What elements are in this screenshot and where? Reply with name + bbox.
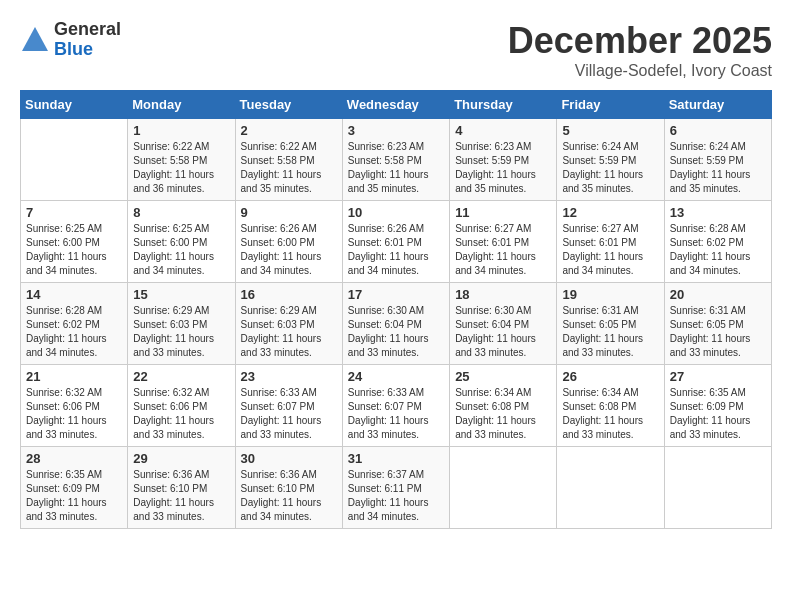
calendar-cell: 18Sunrise: 6:30 AMSunset: 6:04 PMDayligh…: [450, 283, 557, 365]
calendar-cell: 3Sunrise: 6:23 AMSunset: 5:58 PMDaylight…: [342, 119, 449, 201]
header: General Blue December 2025 Village-Sodef…: [20, 20, 772, 80]
cell-info: Sunrise: 6:24 AMSunset: 5:59 PMDaylight:…: [562, 140, 658, 196]
calendar-cell: 30Sunrise: 6:36 AMSunset: 6:10 PMDayligh…: [235, 447, 342, 529]
calendar-cell: 13Sunrise: 6:28 AMSunset: 6:02 PMDayligh…: [664, 201, 771, 283]
weekday-header-row: SundayMondayTuesdayWednesdayThursdayFrid…: [21, 91, 772, 119]
day-number: 7: [26, 205, 122, 220]
cell-info: Sunrise: 6:29 AMSunset: 6:03 PMDaylight:…: [133, 304, 229, 360]
day-number: 22: [133, 369, 229, 384]
calendar-week-1: 1Sunrise: 6:22 AMSunset: 5:58 PMDaylight…: [21, 119, 772, 201]
calendar-cell: 2Sunrise: 6:22 AMSunset: 5:58 PMDaylight…: [235, 119, 342, 201]
cell-info: Sunrise: 6:27 AMSunset: 6:01 PMDaylight:…: [455, 222, 551, 278]
cell-info: Sunrise: 6:28 AMSunset: 6:02 PMDaylight:…: [670, 222, 766, 278]
cell-info: Sunrise: 6:29 AMSunset: 6:03 PMDaylight:…: [241, 304, 337, 360]
logo-general: General: [54, 20, 121, 40]
calendar-cell: 9Sunrise: 6:26 AMSunset: 6:00 PMDaylight…: [235, 201, 342, 283]
calendar-cell: 22Sunrise: 6:32 AMSunset: 6:06 PMDayligh…: [128, 365, 235, 447]
day-number: 2: [241, 123, 337, 138]
day-number: 15: [133, 287, 229, 302]
cell-info: Sunrise: 6:23 AMSunset: 5:58 PMDaylight:…: [348, 140, 444, 196]
day-number: 17: [348, 287, 444, 302]
calendar-cell: 21Sunrise: 6:32 AMSunset: 6:06 PMDayligh…: [21, 365, 128, 447]
calendar-week-3: 14Sunrise: 6:28 AMSunset: 6:02 PMDayligh…: [21, 283, 772, 365]
day-number: 5: [562, 123, 658, 138]
calendar-cell: 15Sunrise: 6:29 AMSunset: 6:03 PMDayligh…: [128, 283, 235, 365]
day-number: 3: [348, 123, 444, 138]
logo-text: General Blue: [54, 20, 121, 60]
location-subtitle: Village-Sodefel, Ivory Coast: [508, 62, 772, 80]
cell-info: Sunrise: 6:36 AMSunset: 6:10 PMDaylight:…: [241, 468, 337, 524]
calendar-cell: [664, 447, 771, 529]
day-number: 14: [26, 287, 122, 302]
calendar-cell: [450, 447, 557, 529]
calendar-cell: 10Sunrise: 6:26 AMSunset: 6:01 PMDayligh…: [342, 201, 449, 283]
calendar-cell: 11Sunrise: 6:27 AMSunset: 6:01 PMDayligh…: [450, 201, 557, 283]
calendar-week-5: 28Sunrise: 6:35 AMSunset: 6:09 PMDayligh…: [21, 447, 772, 529]
cell-info: Sunrise: 6:31 AMSunset: 6:05 PMDaylight:…: [670, 304, 766, 360]
calendar-cell: 23Sunrise: 6:33 AMSunset: 6:07 PMDayligh…: [235, 365, 342, 447]
cell-info: Sunrise: 6:26 AMSunset: 6:01 PMDaylight:…: [348, 222, 444, 278]
calendar-cell: 25Sunrise: 6:34 AMSunset: 6:08 PMDayligh…: [450, 365, 557, 447]
day-number: 30: [241, 451, 337, 466]
cell-info: Sunrise: 6:30 AMSunset: 6:04 PMDaylight:…: [348, 304, 444, 360]
cell-info: Sunrise: 6:33 AMSunset: 6:07 PMDaylight:…: [348, 386, 444, 442]
day-number: 16: [241, 287, 337, 302]
calendar-cell: 5Sunrise: 6:24 AMSunset: 5:59 PMDaylight…: [557, 119, 664, 201]
day-number: 24: [348, 369, 444, 384]
cell-info: Sunrise: 6:22 AMSunset: 5:58 PMDaylight:…: [241, 140, 337, 196]
day-number: 12: [562, 205, 658, 220]
svg-marker-0: [22, 27, 48, 51]
calendar-cell: 1Sunrise: 6:22 AMSunset: 5:58 PMDaylight…: [128, 119, 235, 201]
weekday-header-tuesday: Tuesday: [235, 91, 342, 119]
cell-info: Sunrise: 6:30 AMSunset: 6:04 PMDaylight:…: [455, 304, 551, 360]
day-number: 4: [455, 123, 551, 138]
cell-info: Sunrise: 6:24 AMSunset: 5:59 PMDaylight:…: [670, 140, 766, 196]
calendar-week-4: 21Sunrise: 6:32 AMSunset: 6:06 PMDayligh…: [21, 365, 772, 447]
cell-info: Sunrise: 6:32 AMSunset: 6:06 PMDaylight:…: [133, 386, 229, 442]
calendar-cell: 8Sunrise: 6:25 AMSunset: 6:00 PMDaylight…: [128, 201, 235, 283]
logo-icon: [20, 25, 50, 55]
cell-info: Sunrise: 6:31 AMSunset: 6:05 PMDaylight:…: [562, 304, 658, 360]
calendar-cell: 4Sunrise: 6:23 AMSunset: 5:59 PMDaylight…: [450, 119, 557, 201]
calendar-cell: 7Sunrise: 6:25 AMSunset: 6:00 PMDaylight…: [21, 201, 128, 283]
cell-info: Sunrise: 6:32 AMSunset: 6:06 PMDaylight:…: [26, 386, 122, 442]
calendar-cell: 20Sunrise: 6:31 AMSunset: 6:05 PMDayligh…: [664, 283, 771, 365]
day-number: 11: [455, 205, 551, 220]
cell-info: Sunrise: 6:36 AMSunset: 6:10 PMDaylight:…: [133, 468, 229, 524]
calendar-week-2: 7Sunrise: 6:25 AMSunset: 6:00 PMDaylight…: [21, 201, 772, 283]
day-number: 21: [26, 369, 122, 384]
weekday-header-wednesday: Wednesday: [342, 91, 449, 119]
day-number: 27: [670, 369, 766, 384]
day-number: 6: [670, 123, 766, 138]
day-number: 29: [133, 451, 229, 466]
logo: General Blue: [20, 20, 121, 60]
calendar-cell: [21, 119, 128, 201]
weekday-header-thursday: Thursday: [450, 91, 557, 119]
cell-info: Sunrise: 6:23 AMSunset: 5:59 PMDaylight:…: [455, 140, 551, 196]
weekday-header-saturday: Saturday: [664, 91, 771, 119]
calendar-cell: [557, 447, 664, 529]
day-number: 31: [348, 451, 444, 466]
weekday-header-friday: Friday: [557, 91, 664, 119]
day-number: 10: [348, 205, 444, 220]
calendar-cell: 31Sunrise: 6:37 AMSunset: 6:11 PMDayligh…: [342, 447, 449, 529]
cell-info: Sunrise: 6:34 AMSunset: 6:08 PMDaylight:…: [562, 386, 658, 442]
cell-info: Sunrise: 6:25 AMSunset: 6:00 PMDaylight:…: [133, 222, 229, 278]
cell-info: Sunrise: 6:34 AMSunset: 6:08 PMDaylight:…: [455, 386, 551, 442]
logo-blue: Blue: [54, 40, 121, 60]
weekday-header-sunday: Sunday: [21, 91, 128, 119]
cell-info: Sunrise: 6:27 AMSunset: 6:01 PMDaylight:…: [562, 222, 658, 278]
calendar-cell: 6Sunrise: 6:24 AMSunset: 5:59 PMDaylight…: [664, 119, 771, 201]
calendar-cell: 26Sunrise: 6:34 AMSunset: 6:08 PMDayligh…: [557, 365, 664, 447]
calendar-cell: 14Sunrise: 6:28 AMSunset: 6:02 PMDayligh…: [21, 283, 128, 365]
calendar-cell: 19Sunrise: 6:31 AMSunset: 6:05 PMDayligh…: [557, 283, 664, 365]
calendar-cell: 17Sunrise: 6:30 AMSunset: 6:04 PMDayligh…: [342, 283, 449, 365]
day-number: 26: [562, 369, 658, 384]
calendar-cell: 28Sunrise: 6:35 AMSunset: 6:09 PMDayligh…: [21, 447, 128, 529]
day-number: 20: [670, 287, 766, 302]
day-number: 9: [241, 205, 337, 220]
calendar-table: SundayMondayTuesdayWednesdayThursdayFrid…: [20, 90, 772, 529]
calendar-cell: 27Sunrise: 6:35 AMSunset: 6:09 PMDayligh…: [664, 365, 771, 447]
day-number: 13: [670, 205, 766, 220]
day-number: 18: [455, 287, 551, 302]
